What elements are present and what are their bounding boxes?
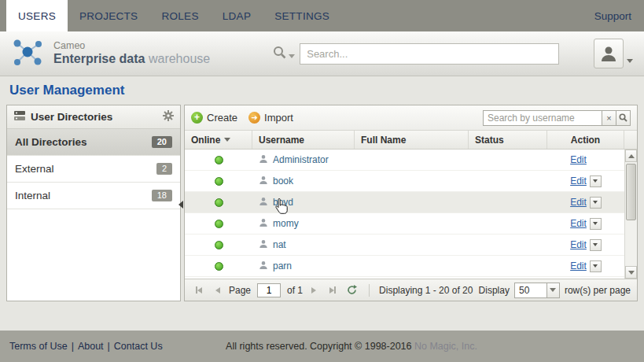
scroll-up-button[interactable]: [625, 150, 637, 162]
brand-header: Cameo Enterprise data warehouse: [0, 31, 644, 76]
row-username[interactable]: momy: [273, 218, 299, 229]
scrollbar-track[interactable]: [625, 162, 637, 266]
row-menu-button[interactable]: [590, 239, 602, 251]
sidebar-item[interactable]: All Directories 20: [7, 129, 180, 156]
nav-tab[interactable]: LDAP: [211, 0, 263, 31]
table-row[interactable]: nat Edit: [185, 235, 624, 256]
nav-tab-label: LDAP: [223, 10, 251, 22]
row-menu-button[interactable]: [590, 260, 602, 272]
display-label: Display: [479, 285, 510, 296]
search-icon[interactable]: [273, 46, 286, 61]
status-cell: [469, 171, 547, 191]
table-row[interactable]: Administrator Edit: [185, 150, 624, 171]
row-edit-link[interactable]: Edit: [570, 175, 587, 187]
username-search-input[interactable]: [483, 110, 602, 126]
refresh-button[interactable]: [344, 283, 359, 298]
fullname-cell: [355, 256, 469, 276]
scroll-down-button[interactable]: [625, 266, 637, 279]
page-title: User Management: [9, 83, 124, 98]
sidebar-collapse-handle[interactable]: [178, 198, 184, 211]
first-page-button[interactable]: [191, 283, 207, 298]
online-status-icon: [215, 262, 223, 271]
footer-link[interactable]: Contact Us: [114, 341, 163, 352]
clear-search-button[interactable]: ×: [602, 110, 616, 126]
row-menu-button[interactable]: [590, 197, 602, 209]
footer-link[interactable]: Terms of Use: [9, 341, 68, 352]
page-size-select[interactable]: 50: [514, 283, 560, 298]
status-cell: [469, 192, 547, 212]
avatar-button[interactable]: [594, 39, 624, 68]
column-header-fullname[interactable]: Full Name: [355, 131, 469, 149]
brand-product-bold: Enterprise data: [53, 52, 145, 65]
footer-link-separator: |: [72, 341, 74, 352]
row-edit-link[interactable]: Edit: [570, 239, 587, 250]
table-row[interactable]: boyd Edit: [185, 192, 624, 213]
create-button[interactable]: + Create: [191, 112, 237, 124]
column-menu-arrow-icon[interactable]: [224, 138, 230, 142]
nav-tab[interactable]: ROLES: [149, 0, 210, 31]
column-header-status[interactable]: Status: [469, 131, 547, 149]
table-row[interactable]: momy Edit: [185, 213, 624, 235]
row-edit-link[interactable]: Edit: [570, 260, 587, 272]
status-cell: [469, 256, 547, 276]
last-page-button[interactable]: [325, 283, 340, 298]
sidebar-item[interactable]: External 2: [7, 156, 180, 183]
footer-link[interactable]: About: [78, 341, 104, 352]
global-search: [273, 43, 559, 65]
nav-tab[interactable]: SETTINGS: [263, 0, 341, 31]
online-status-icon: [215, 220, 223, 228]
fullname-cell: [355, 192, 469, 212]
username-cell: nat: [252, 235, 355, 255]
page-size-value: 50: [515, 285, 546, 296]
user-menu: [594, 39, 633, 68]
column-header-username[interactable]: Username: [252, 131, 355, 149]
nav-tab-label: SETTINGS: [274, 10, 329, 22]
username-search: ×: [483, 110, 631, 126]
user-icon: [259, 218, 268, 230]
global-search-input[interactable]: [300, 43, 559, 65]
import-button[interactable]: ➜ Import: [248, 112, 293, 124]
column-header-online[interactable]: Online: [185, 131, 252, 149]
row-username[interactable]: boyd: [273, 197, 293, 208]
brand-product-light: warehouse: [149, 52, 210, 65]
search-submit-button[interactable]: [616, 110, 631, 126]
company-name: No Magic, Inc.: [414, 341, 477, 352]
row-menu-button[interactable]: [590, 218, 602, 230]
action-cell: Edit: [547, 235, 624, 255]
row-menu-caret-icon: [593, 201, 598, 204]
online-status-icon: [215, 177, 223, 186]
support-link[interactable]: Support: [582, 0, 644, 31]
content-gap: [0, 301, 644, 331]
row-username[interactable]: book: [273, 175, 293, 187]
table-row[interactable]: book Edit: [185, 171, 624, 192]
collapse-arrow-icon: [178, 201, 183, 209]
online-cell: [185, 235, 252, 255]
previous-page-button[interactable]: [210, 283, 226, 298]
scrollbar-thumb[interactable]: [626, 164, 636, 220]
page-number-input[interactable]: [257, 283, 281, 297]
row-menu-button[interactable]: [590, 175, 602, 187]
search-scope-caret-icon[interactable]: [289, 54, 295, 58]
row-edit-link[interactable]: Edit: [570, 197, 587, 208]
gear-icon[interactable]: [163, 110, 174, 124]
sidebar-item[interactable]: Internal 18: [7, 183, 180, 209]
cameo-logo-icon: [9, 36, 46, 72]
action-cell: Edit: [547, 150, 624, 170]
table-header: Online Username Full Name Status Action: [185, 131, 637, 150]
nav-tab[interactable]: USERS: [6, 0, 68, 31]
row-username[interactable]: parn: [273, 260, 292, 272]
row-username[interactable]: nat: [273, 239, 286, 250]
row-username[interactable]: Administrator: [273, 154, 329, 165]
online-cell: [185, 213, 252, 234]
online-status-icon: [215, 241, 223, 249]
row-edit-link[interactable]: Edit: [570, 154, 587, 165]
action-cell: Edit: [547, 171, 624, 191]
username-cell: book: [252, 171, 355, 191]
table-row[interactable]: parn Edit: [185, 256, 624, 277]
vertical-scrollbar[interactable]: [624, 150, 637, 279]
next-page-button[interactable]: [306, 283, 322, 298]
user-menu-caret-icon[interactable]: [627, 59, 633, 63]
column-header-action[interactable]: Action: [547, 131, 624, 149]
row-edit-link[interactable]: Edit: [570, 218, 587, 229]
nav-tab[interactable]: PROJECTS: [68, 0, 149, 31]
